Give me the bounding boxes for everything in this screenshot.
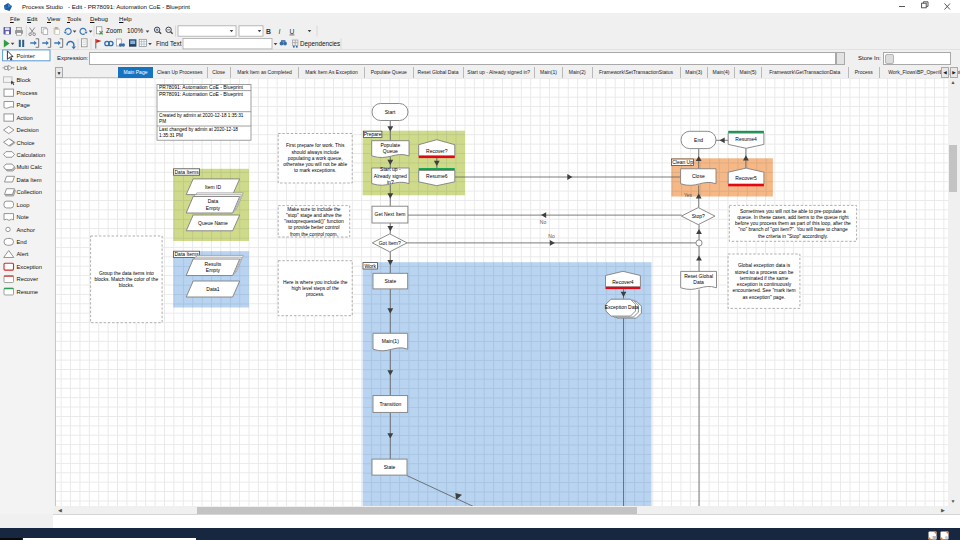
svg-text:terminated if the same: terminated if the same — [740, 276, 789, 281]
svg-text:Populate: Populate — [380, 142, 400, 148]
svg-text:Prepare: Prepare — [364, 131, 382, 137]
svg-text:stored so a process can be: stored so a process can be — [735, 270, 794, 275]
svg-text:Main(1): Main(1) — [382, 338, 399, 344]
svg-text:Note: Note — [17, 214, 29, 220]
svg-text:exception is continuously: exception is continuously — [737, 282, 792, 287]
svg-text:Item ID: Item ID — [205, 184, 222, 190]
svg-text:Empty: Empty — [206, 267, 221, 273]
svg-text:Queue: Queue — [383, 148, 398, 154]
svg-text:Close: Close — [692, 173, 705, 179]
svg-text:Queue Name: Queue Name — [198, 220, 228, 226]
svg-text:"no" branch of "got item?". Yo: "no" branch of "got item?". You will hav… — [738, 227, 848, 232]
svg-text:Dependencies: Dependencies — [300, 40, 340, 48]
svg-text:Exception: Exception — [17, 264, 42, 270]
svg-text:Resume6: Resume6 — [426, 173, 448, 179]
svg-text:Created by admin at 2020-12-18: Created by admin at 2020-12-18 1:35:31 — [159, 113, 244, 118]
svg-text:Resume: Resume — [17, 289, 39, 295]
svg-text:Block: Block — [17, 77, 31, 83]
svg-text:Multi Calc: Multi Calc — [17, 164, 43, 170]
svg-text:Reset Global: Reset Global — [684, 273, 713, 279]
svg-text:Sometimes you will not be able: Sometimes you will not be able to pre-po… — [740, 209, 846, 214]
svg-text:Data: Data — [693, 279, 704, 285]
svg-text:Action: Action — [17, 115, 33, 121]
svg-text:otherwise you will not be able: otherwise you will not be able — [283, 162, 347, 167]
svg-text:No: No — [548, 233, 555, 239]
svg-text:high level steps of the: high level steps of the — [292, 286, 340, 291]
svg-text:U: U — [290, 28, 295, 35]
svg-text:to provide better control: to provide better control — [288, 225, 339, 230]
svg-text:Anchor: Anchor — [17, 227, 35, 233]
svg-text:Data1: Data1 — [206, 286, 220, 292]
svg-text:Resume4: Resume4 — [735, 136, 757, 142]
svg-text:"stop" stage and ahve the: "stop" stage and ahve the — [286, 213, 342, 218]
svg-text:I: I — [279, 28, 281, 35]
svg-text:End: End — [694, 137, 703, 143]
svg-text:Decision: Decision — [17, 127, 39, 133]
svg-text:from the control room.: from the control room. — [290, 232, 338, 237]
svg-text:Data: Data — [208, 198, 219, 204]
svg-text:populating a work queue,: populating a work queue, — [288, 156, 343, 161]
svg-text:"isstoprequested()" function: "isstoprequested()" function — [284, 219, 344, 224]
svg-text:the criteria in "Stop" accordi: the criteria in "Stop" accordingly. — [758, 234, 828, 239]
svg-text:100%: 100% — [127, 27, 144, 34]
svg-text:Got Item?: Got Item? — [379, 240, 401, 246]
svg-text:Zoom: Zoom — [106, 27, 122, 34]
svg-text:Global exception data is: Global exception data is — [738, 263, 791, 268]
svg-text:Recover: Recover — [17, 276, 39, 282]
svg-text:Loop: Loop — [17, 202, 30, 208]
svg-text:Clean Up: Clean Up — [672, 159, 693, 165]
svg-text:to mark exceptions.: to mark exceptions. — [294, 168, 336, 173]
svg-text:Empty: Empty — [206, 205, 221, 211]
svg-text:Collection: Collection — [17, 189, 42, 195]
svg-text:Find Text: Find Text — [156, 40, 182, 47]
svg-text:encountered. See "mark item: encountered. See "mark item — [732, 288, 795, 293]
svg-text:Link: Link — [17, 65, 28, 71]
svg-text:Make sure to include the: Make sure to include the — [287, 207, 341, 212]
svg-text:PM: PM — [159, 119, 166, 124]
svg-text:Start up -: Start up - — [380, 166, 401, 172]
svg-text:Here is where you include the: Here is where you include the — [283, 280, 348, 285]
svg-text:State: State — [385, 278, 397, 284]
svg-text:Get Next Item: Get Next Item — [375, 211, 406, 217]
svg-text:First prepare for work. This: First prepare for work. This — [286, 143, 345, 148]
svg-text:Page: Page — [17, 102, 31, 108]
svg-text:blocks. Match the color of the: blocks. Match the color of the — [95, 277, 159, 282]
svg-text:Group the data items into: Group the data items into — [99, 271, 154, 276]
svg-text:Yes: Yes — [684, 192, 693, 198]
svg-text:process.: process. — [306, 292, 324, 297]
svg-text:Work: Work — [364, 263, 376, 269]
svg-text:State: State — [384, 464, 396, 470]
svg-text:Recover?: Recover? — [426, 148, 448, 154]
svg-text:Stop?: Stop? — [692, 213, 705, 219]
svg-text:Last changed by admin at 2020-: Last changed by admin at 2020-12-18 — [159, 127, 238, 132]
svg-text:Already signed: Already signed — [374, 173, 407, 179]
svg-text:Pointer: Pointer — [17, 53, 35, 59]
svg-text:Choice: Choice — [17, 140, 35, 146]
svg-text:PR78091: Automation CoE - Blue: PR78091: Automation CoE - Blueprint — [159, 84, 244, 90]
svg-text:B: B — [266, 28, 271, 35]
svg-text:Recover5: Recover5 — [735, 175, 757, 181]
svg-text:queue. In these cases, add ite: queue. In these cases, add items to the … — [737, 215, 849, 220]
svg-text:Alert: Alert — [17, 251, 29, 257]
svg-text:Transition: Transition — [379, 401, 401, 407]
svg-text:Data Item: Data Item — [17, 177, 42, 183]
svg-text:Results: Results — [205, 261, 222, 267]
svg-text:Recover4: Recover4 — [612, 279, 634, 285]
svg-text:Data Items: Data Items — [175, 251, 200, 257]
svg-text:should always include: should always include — [291, 150, 339, 155]
svg-text:No: No — [540, 219, 547, 225]
svg-text:1:35:31 PM: 1:35:31 PM — [159, 133, 183, 138]
svg-text:in?: in? — [387, 179, 394, 185]
svg-text:Data Items: Data Items — [175, 169, 200, 175]
svg-text:Exception Data: Exception Data — [605, 304, 639, 310]
svg-text:blocks.: blocks. — [119, 283, 134, 288]
svg-text:before you process them as par: before you process them as part of this … — [735, 221, 851, 226]
svg-text:PR78091: Automation CoE - Blue: PR78091: Automation CoE - Blueprint — [159, 91, 244, 97]
svg-text:Process: Process — [17, 90, 38, 96]
svg-text:as exception" page.: as exception" page. — [743, 295, 786, 300]
svg-text:Calculation: Calculation — [17, 152, 46, 158]
svg-text:End: End — [17, 239, 27, 245]
svg-text:Start: Start — [385, 109, 396, 115]
